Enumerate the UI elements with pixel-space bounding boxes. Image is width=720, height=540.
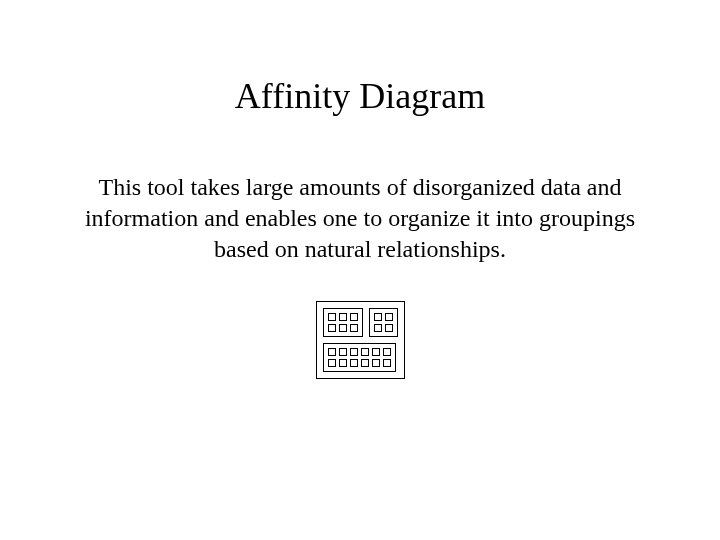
item-cell <box>361 359 369 367</box>
item-cell <box>339 348 347 356</box>
group-box-bottom <box>323 343 396 372</box>
item-cell <box>328 313 336 321</box>
slide-description: This tool takes large amounts of disorga… <box>60 172 660 266</box>
item-cell <box>385 324 393 332</box>
item-cell <box>328 348 336 356</box>
item-cell <box>350 324 358 332</box>
item-cell <box>339 359 347 367</box>
item-row <box>328 313 358 321</box>
affinity-diagram-illustration <box>316 301 405 379</box>
item-row <box>328 324 358 332</box>
item-cell <box>383 359 391 367</box>
diagram-bottom-row <box>323 343 398 372</box>
slide-title: Affinity Diagram <box>235 75 485 117</box>
item-cell <box>361 348 369 356</box>
item-row <box>374 313 393 321</box>
item-cell <box>383 348 391 356</box>
item-cell <box>350 359 358 367</box>
item-cell <box>374 324 382 332</box>
item-cell <box>385 313 393 321</box>
item-row <box>328 359 391 367</box>
item-cell <box>372 348 380 356</box>
diagram-top-row <box>323 308 398 337</box>
group-box-top-right <box>369 308 398 337</box>
item-cell <box>374 313 382 321</box>
item-cell <box>339 313 347 321</box>
item-cell <box>350 348 358 356</box>
item-cell <box>328 324 336 332</box>
item-row <box>374 324 393 332</box>
item-cell <box>372 359 380 367</box>
item-row <box>328 348 391 356</box>
item-cell <box>328 359 336 367</box>
item-cell <box>350 313 358 321</box>
item-cell <box>339 324 347 332</box>
group-box-top-left <box>323 308 363 337</box>
